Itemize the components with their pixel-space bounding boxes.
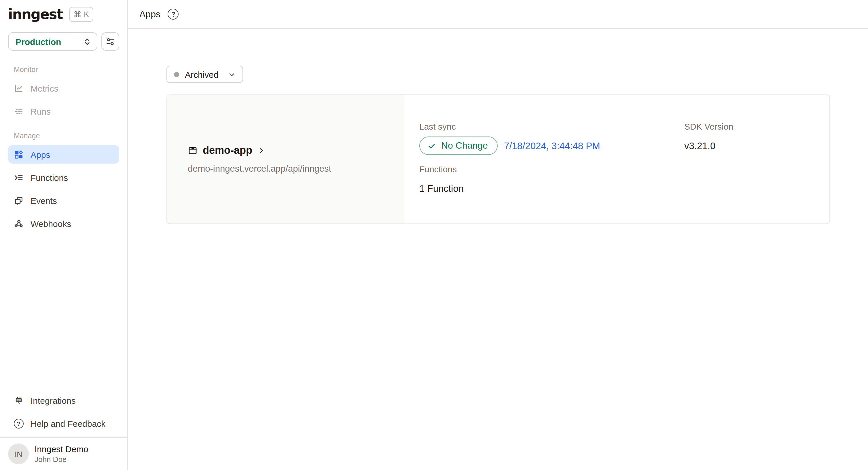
sidebar-item-label: Runs (31, 106, 51, 116)
runs-icon (14, 106, 24, 116)
sidebar-item-label: Metrics (31, 83, 58, 93)
sidebar: inngest ⌘ K Production Monitor (0, 0, 128, 470)
logo-row: inngest ⌘ K (0, 0, 127, 29)
last-sync-row: No Change 7/18/2024, 3:44:48 PM (419, 136, 684, 155)
sidebar-item-help-and-feedback[interactable]: ? Help and Feedback (8, 414, 119, 433)
sidebar-item-label: Webhooks (31, 219, 71, 228)
sync-column: Last sync No Change 7/18/2024, 3:44:48 P… (419, 122, 684, 223)
main-area: Apps ? Archived demo-app (128, 0, 868, 470)
command-icon: ⌘ (73, 10, 82, 19)
command-k-shortcut-button[interactable]: ⌘ K (69, 7, 93, 22)
app-status-filter[interactable]: Archived (166, 66, 243, 83)
app-card-details: Last sync No Change 7/18/2024, 3:44:48 P… (404, 95, 829, 223)
events-icon (14, 195, 24, 205)
sliders-icon (105, 37, 115, 46)
sidebar-item-metrics[interactable]: Metrics (8, 79, 119, 97)
chevron-up-down-icon (83, 37, 92, 46)
sidebar-item-label: Help and Feedback (31, 418, 105, 428)
sidebar-footer: Integrations ? Help and Feedback (0, 391, 127, 437)
app-url: demo-inngest.vercel.app/api/inngest (188, 164, 404, 174)
sidebar-item-label: Events (31, 195, 57, 205)
sidebar-item-runs[interactable]: Runs (8, 102, 119, 120)
sidebar-item-apps[interactable]: Apps (8, 145, 119, 164)
app-box-icon (188, 146, 197, 156)
apps-icon (14, 150, 24, 159)
section-label-manage: Manage (8, 132, 119, 140)
app-card: demo-app demo-inngest.vercel.app/api/inn… (166, 94, 830, 224)
page-header: Apps ? (128, 0, 868, 29)
environment-selector[interactable]: Production (8, 32, 97, 51)
check-icon (427, 142, 436, 150)
last-sync-label: Last sync (419, 122, 684, 132)
profile-menu[interactable]: IN Inngest Demo John Doe (0, 437, 127, 470)
functions-icon (14, 173, 24, 182)
sdk-column: SDK Version v3.21.0 (684, 122, 812, 223)
app-window: inngest ⌘ K Production Monitor (0, 0, 868, 470)
page-title: Apps (140, 9, 160, 19)
functions-count: 1 Function (419, 183, 684, 194)
profile-org-name: Inngest Demo (35, 444, 88, 454)
sidebar-item-label: Integrations (31, 396, 76, 405)
webhooks-icon (14, 219, 24, 228)
app-card-summary: demo-app demo-inngest.vercel.app/api/inn… (167, 95, 404, 223)
help-icon: ? (14, 418, 24, 428)
sidebar-nav: Monitor Metrics Runs Manage Apps (0, 51, 127, 237)
sidebar-item-label: Apps (31, 150, 50, 159)
sync-status-text: No Change (441, 140, 488, 151)
sidebar-item-events[interactable]: Events (8, 191, 119, 210)
sidebar-item-integrations[interactable]: Integrations (8, 391, 119, 409)
app-link[interactable]: demo-app (188, 145, 404, 157)
shortcut-key-label: K (84, 11, 89, 18)
avatar: IN (8, 443, 29, 464)
last-sync-timestamp-link[interactable]: 7/18/2024, 3:44:48 PM (504, 140, 600, 151)
chevron-down-icon (227, 70, 236, 79)
section-label-monitor: Monitor (8, 66, 119, 74)
environment-selector-value: Production (16, 37, 61, 46)
sdk-version-label: SDK Version (684, 122, 812, 132)
sdk-version-value: v3.21.0 (684, 140, 812, 152)
page-help-icon[interactable]: ? (168, 9, 179, 20)
sidebar-item-label: Functions (31, 173, 68, 182)
metrics-icon (14, 83, 24, 93)
profile-info: Inngest Demo John Doe (35, 444, 88, 464)
main-content: Archived demo-app de (128, 29, 868, 224)
app-name: demo-app (203, 145, 252, 157)
inngest-logo: inngest (8, 6, 62, 23)
environment-row: Production (0, 29, 127, 51)
sidebar-item-webhooks[interactable]: Webhooks (8, 214, 119, 233)
environment-settings-button[interactable] (101, 32, 119, 51)
functions-label: Functions (419, 164, 684, 175)
sidebar-item-functions[interactable]: Functions (8, 168, 119, 187)
profile-user-name: John Doe (35, 455, 88, 464)
chevron-right-icon (257, 147, 265, 154)
sync-status-badge: No Change (419, 136, 498, 155)
plug-icon (14, 396, 24, 405)
archived-status-dot-icon (174, 72, 179, 77)
filter-value: Archived (185, 69, 219, 79)
